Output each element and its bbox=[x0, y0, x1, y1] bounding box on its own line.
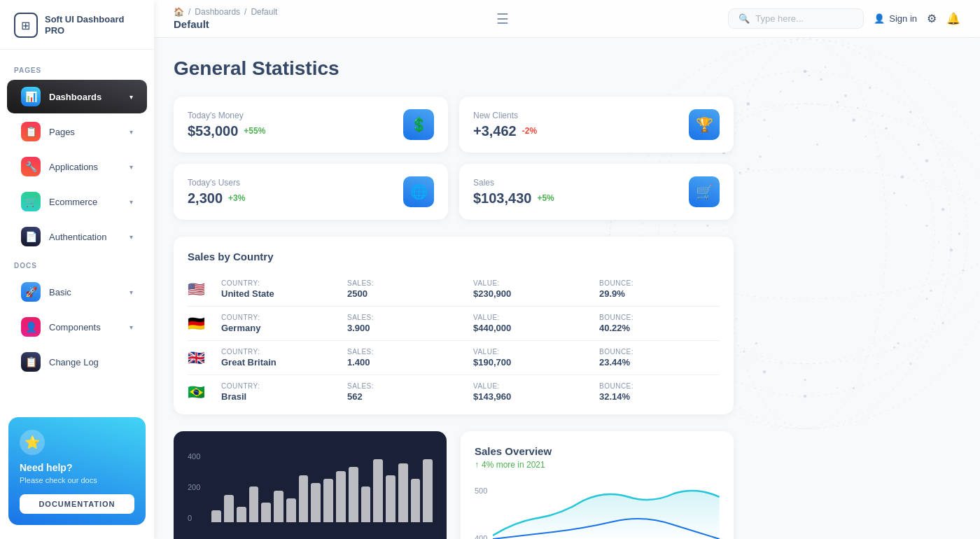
svg-point-8 bbox=[844, 94, 846, 97]
help-title: Need help? bbox=[20, 462, 134, 473]
arrow-up-icon: ↑ bbox=[475, 460, 479, 470]
chart-y-labels: 400 200 0 bbox=[188, 452, 200, 522]
svg-point-12 bbox=[925, 159, 929, 162]
sidebar-label-applications: Applications bbox=[49, 162, 98, 172]
sidebar-item-basic[interactable]: 🚀 Basic ▾ bbox=[7, 275, 147, 309]
svg-point-57 bbox=[906, 204, 907, 206]
svg-point-28 bbox=[763, 119, 765, 121]
svg-point-63 bbox=[942, 274, 944, 275]
chevron-down-icon: ▾ bbox=[130, 93, 133, 101]
search-box[interactable]: 🔍 bbox=[728, 8, 864, 29]
breadcrumb-dashboards[interactable]: Dashboards bbox=[195, 7, 240, 17]
bar bbox=[361, 486, 371, 522]
svg-point-46 bbox=[836, 101, 839, 103]
svg-point-50 bbox=[865, 136, 867, 137]
help-subtitle: Please check our docs bbox=[20, 476, 134, 484]
svg-point-10 bbox=[885, 127, 887, 129]
settings-icon[interactable]: ⚙ bbox=[927, 12, 937, 25]
svg-point-33 bbox=[901, 175, 904, 178]
stat-value-clients: +3,462 bbox=[473, 123, 517, 139]
user-icon: 👤 bbox=[874, 13, 885, 24]
sidebar-item-dashboards[interactable]: 📊 Dashboards ▾ bbox=[7, 80, 147, 113]
flag-de: 🇩🇪 bbox=[188, 315, 216, 332]
bar bbox=[286, 498, 296, 522]
content-area: General Statistics Today's Money $53,000… bbox=[154, 38, 980, 539]
signin-button[interactable]: 👤 Sign in bbox=[874, 13, 917, 24]
flag-us: 🇺🇸 bbox=[188, 281, 216, 298]
star-icon: ⭐ bbox=[20, 430, 45, 455]
stat-card-clients: New Clients +3,462 -2% 🏆 bbox=[459, 97, 734, 153]
svg-point-66 bbox=[735, 318, 736, 320]
sidebar-label-changelog: Change Log bbox=[49, 357, 99, 368]
svg-point-61 bbox=[938, 241, 939, 242]
svg-point-41 bbox=[909, 363, 911, 365]
search-input[interactable] bbox=[755, 13, 853, 24]
brand-icon: ⊞ bbox=[14, 13, 38, 38]
svg-point-5 bbox=[724, 39, 886, 429]
sidebar-item-components[interactable]: 👤 Components ▾ bbox=[7, 310, 147, 344]
sidebar-label-components: Components bbox=[49, 322, 101, 332]
sidebar-label-ecommerce: Ecommerce bbox=[49, 197, 97, 207]
sidebar-section-docs: DOCS bbox=[0, 255, 154, 274]
svg-point-72 bbox=[804, 379, 806, 381]
table-row: 🇧🇷 Country: Brasil Sales: 562 Value: $14… bbox=[188, 375, 720, 409]
svg-point-44 bbox=[792, 80, 793, 82]
svg-point-51 bbox=[816, 144, 818, 146]
ecommerce-icon: 🛒 bbox=[21, 192, 41, 211]
menu-icon[interactable]: ☰ bbox=[496, 10, 509, 27]
bar bbox=[336, 471, 346, 522]
sidebar-label-dashboards: Dashboards bbox=[49, 92, 102, 102]
svg-point-27 bbox=[909, 111, 911, 113]
stat-value-money: $53,000 bbox=[188, 123, 238, 139]
flag-br: 🇧🇷 bbox=[188, 384, 216, 400]
home-icon[interactable]: 🏠 bbox=[174, 7, 184, 17]
applications-icon: 🔧 bbox=[21, 157, 41, 176]
svg-point-54 bbox=[738, 172, 741, 174]
notifications-icon[interactable]: 🔔 bbox=[946, 12, 960, 25]
svg-point-70 bbox=[780, 363, 781, 364]
bar bbox=[373, 459, 383, 522]
svg-point-73 bbox=[836, 387, 838, 388]
topbar-right: 🔍 👤 Sign in ⚙ 🔔 bbox=[728, 8, 960, 29]
svg-point-71 bbox=[877, 363, 878, 364]
svg-point-48 bbox=[796, 107, 797, 108]
topbar: 🏠 / Dashboards / Default Default ☰ 🔍 👤 S… bbox=[154, 0, 980, 38]
svg-point-9 bbox=[746, 102, 750, 106]
sidebar-item-applications[interactable]: 🔧 Applications ▾ bbox=[7, 150, 147, 183]
bar-chart-card: 400 200 0 bbox=[174, 431, 447, 539]
bar-chart bbox=[211, 452, 433, 522]
svg-point-53 bbox=[877, 156, 878, 158]
svg-point-35 bbox=[958, 232, 960, 234]
bar bbox=[423, 459, 433, 522]
svg-point-21 bbox=[763, 370, 766, 374]
svg-point-52 bbox=[759, 155, 761, 158]
documentation-button[interactable]: DOCUMENTATION bbox=[20, 494, 134, 514]
bar bbox=[411, 479, 421, 522]
sidebar-section-pages: PAGES bbox=[0, 59, 154, 78]
svg-point-39 bbox=[941, 322, 944, 324]
search-icon: 🔍 bbox=[738, 13, 750, 24]
bottom-row: 400 200 0 Sales Overview ↑ 4% more in 20… bbox=[174, 431, 734, 539]
sidebar-item-changelog[interactable]: 📋 Change Log bbox=[7, 345, 147, 379]
svg-point-58 bbox=[706, 225, 708, 227]
bar bbox=[237, 507, 246, 523]
svg-point-65 bbox=[930, 289, 932, 291]
line-chart bbox=[493, 486, 720, 539]
main-area: 🏠 / Dashboards / Default Default ☰ 🔍 👤 S… bbox=[154, 0, 980, 539]
sales-overview-subtitle: ↑ 4% more in 2021 bbox=[475, 460, 720, 470]
svg-point-40 bbox=[743, 350, 745, 352]
breadcrumb-default[interactable]: Default bbox=[251, 7, 277, 17]
sidebar: ⊞ Soft UI Dashboard PRO PAGES 📊 Dashboar… bbox=[0, 0, 154, 539]
svg-point-37 bbox=[962, 269, 964, 271]
stat-label-clients: New Clients bbox=[473, 111, 537, 120]
sidebar-item-authentication[interactable]: 📄 Authentication ▾ bbox=[7, 220, 147, 253]
bar bbox=[211, 510, 221, 522]
sales-y-labels: 500 400 bbox=[475, 486, 487, 539]
table-row: 🇺🇸 Country: United State Sales: 2500 Val… bbox=[188, 272, 720, 307]
sidebar-item-pages[interactable]: 📋 Pages ▾ bbox=[7, 115, 147, 148]
svg-point-59 bbox=[925, 225, 927, 227]
svg-point-22 bbox=[853, 387, 855, 389]
sidebar-item-ecommerce[interactable]: 🛒 Ecommerce ▾ bbox=[7, 185, 147, 218]
bar bbox=[311, 483, 321, 522]
chevron-down-icon: ▾ bbox=[130, 323, 133, 331]
